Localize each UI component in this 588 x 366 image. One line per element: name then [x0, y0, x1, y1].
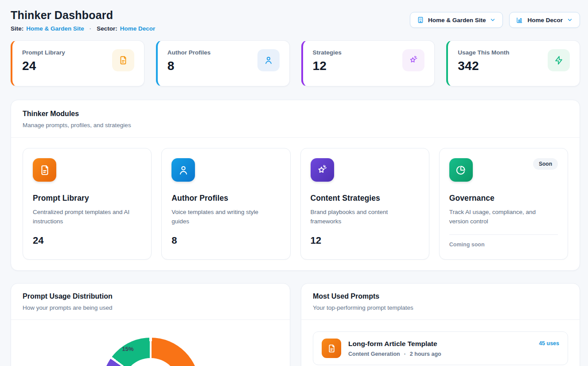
stat-label: Usage This Month: [458, 49, 509, 56]
prompt-category: Content Generation: [348, 351, 400, 357]
file-text-icon: [112, 49, 134, 71]
stat-card-prompt-library: Prompt Library 24: [11, 40, 144, 86]
sector-link[interactable]: Home Decor: [120, 25, 156, 32]
site-link[interactable]: Home & Garden Site: [26, 25, 84, 32]
prompt-uses-badge: 45 uses: [539, 340, 559, 347]
module-count: 24: [33, 235, 141, 246]
prompt-list-item[interactable]: Long-form Article Template Content Gener…: [313, 331, 568, 365]
coming-soon-text: Coming soon: [449, 241, 558, 248]
most-used-prompts-card: Most Used Prompts Your top-performing pr…: [301, 283, 580, 366]
user-icon: [171, 158, 195, 182]
module-title: Governance: [449, 194, 558, 203]
prompts-list: Long-form Article Template Content Gener…: [301, 320, 580, 366]
site-dropdown[interactable]: Home & Garden Site: [410, 12, 503, 28]
bottom-row: Prompt Usage Distribution How your promp…: [11, 283, 580, 366]
modules-header: Thinker Modules Manage prompts, profiles…: [11, 100, 580, 137]
header-titles: Thinker Dashboard Site: Home & Garden Si…: [11, 9, 155, 32]
module-description: Track AI usage, compliance, and version …: [449, 208, 551, 226]
stat-card-usage: Usage This Month 342: [446, 40, 580, 86]
building-icon: [417, 16, 424, 23]
breadcrumb: Site: Home & Garden Site · Sector: Home …: [11, 25, 155, 32]
stat-card-strategies: Strategies 12: [301, 40, 435, 86]
stat-value: 8: [167, 59, 211, 73]
modules-grid: Prompt Library Centralized prompt templa…: [11, 138, 580, 270]
page-title: Thinker Dashboard: [11, 9, 155, 22]
stats-row: Prompt Library 24 Author Profiles 8 Stra…: [11, 40, 580, 86]
zap-icon: [548, 49, 570, 71]
stat-value: 342: [458, 59, 509, 73]
usage-card-header: Prompt Usage Distribution How your promp…: [11, 284, 290, 319]
module-title: Prompt Library: [33, 194, 141, 203]
module-description: Centralized prompt templates and AI inst…: [33, 208, 135, 226]
stat-label: Strategies: [313, 49, 342, 56]
star-burst-icon: [402, 49, 424, 71]
stat-label: Prompt Library: [22, 49, 65, 56]
soon-badge: Soon: [533, 158, 558, 170]
stat-label: Author Profiles: [167, 49, 211, 56]
page-header: Thinker Dashboard Site: Home & Garden Si…: [11, 9, 580, 32]
site-label: Site:: [11, 25, 23, 32]
prompt-title: Long-form Article Template: [348, 340, 532, 348]
dashboard-page: Thinker Dashboard Site: Home & Garden Si…: [0, 0, 588, 366]
module-count: 8: [171, 235, 280, 246]
stat-value: 24: [22, 59, 65, 73]
bar-chart-icon: [516, 16, 523, 23]
module-title: Content Strategies: [311, 194, 419, 203]
usage-card-title: Prompt Usage Distribution: [23, 292, 278, 300]
stat-card-author-profiles: Author Profiles 8: [156, 40, 290, 86]
sector-dropdown[interactable]: Home Decor: [509, 12, 580, 28]
module-card-content-strategies[interactable]: Content Strategies Brand playbooks and c…: [300, 148, 429, 260]
sector-label: Sector:: [97, 25, 117, 32]
divider: [11, 319, 290, 320]
pie-chart-icon: [449, 158, 473, 182]
module-description: Voice templates and writing style guides: [171, 208, 273, 226]
prompts-card-header: Most Used Prompts Your top-performing pr…: [301, 284, 580, 319]
modules-title: Thinker Modules: [23, 110, 568, 118]
modules-subtitle: Manage prompts, profiles, and strategies: [23, 122, 568, 128]
prompt-time: 2 hours ago: [410, 351, 441, 357]
thinker-modules-section: Thinker Modules Manage prompts, profiles…: [11, 100, 580, 271]
file-text-icon: [322, 339, 341, 358]
star-burst-icon: [311, 158, 334, 182]
donut-chart: 15%: [102, 338, 199, 366]
module-card-author-profiles[interactable]: Author Profiles Voice templates and writ…: [161, 148, 290, 260]
module-description: Brand playbooks and content frameworks: [311, 208, 413, 226]
site-dropdown-label: Home & Garden Site: [428, 17, 486, 23]
file-text-icon: [33, 158, 56, 182]
donut-chart-area: 15%: [11, 338, 290, 366]
header-dropdowns: Home & Garden Site Home Decor: [410, 12, 580, 28]
prompt-meta: Content Generation · 2 hours ago: [348, 351, 532, 357]
chevron-down-icon: [490, 17, 496, 23]
module-title: Author Profiles: [171, 194, 280, 203]
breadcrumb-separator: ·: [90, 25, 92, 32]
donut-hole: [122, 358, 179, 366]
sector-dropdown-label: Home Decor: [527, 17, 563, 23]
chevron-down-icon: [567, 17, 573, 23]
prompts-card-title: Most Used Prompts: [313, 292, 568, 300]
module-count: 12: [311, 235, 419, 246]
usage-card-subtitle: How your prompts are being used: [23, 304, 278, 311]
module-card-governance[interactable]: Soon Governance Track AI usage, complian…: [439, 148, 568, 260]
usage-distribution-card: Prompt Usage Distribution How your promp…: [11, 283, 290, 366]
user-icon: [257, 49, 280, 71]
divider: [449, 234, 558, 235]
prompts-card-subtitle: Your top-performing prompt templates: [313, 304, 568, 311]
module-card-prompt-library[interactable]: Prompt Library Centralized prompt templa…: [23, 148, 152, 260]
stat-value: 12: [313, 59, 342, 73]
meta-separator: ·: [404, 351, 406, 357]
donut-slice-label: 15%: [122, 346, 134, 352]
